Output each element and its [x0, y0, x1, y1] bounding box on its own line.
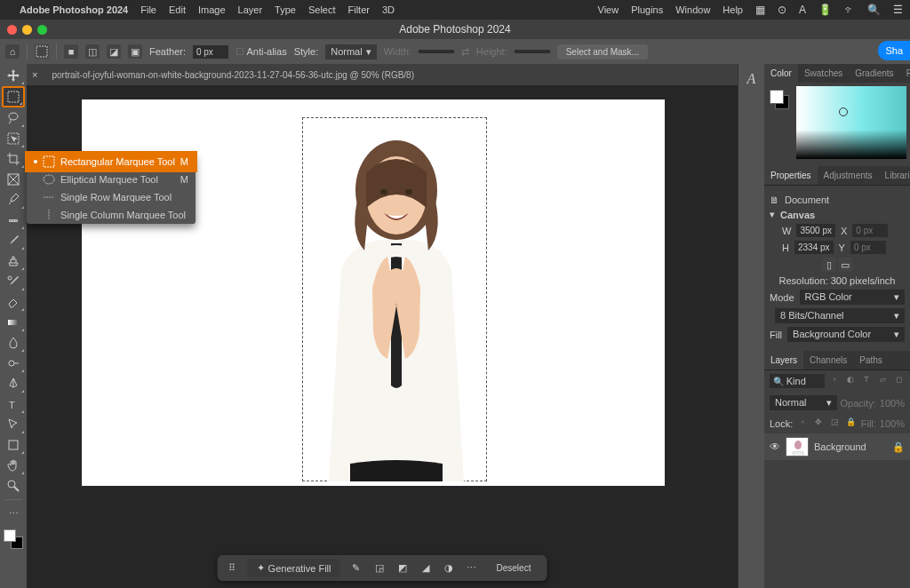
- crop-tool[interactable]: [2, 149, 25, 169]
- pen-tool[interactable]: [2, 374, 25, 393]
- history-brush-tool[interactable]: [2, 272, 25, 291]
- tab-color[interactable]: Color: [764, 64, 798, 83]
- lock-artboard-icon[interactable]: ◲: [828, 417, 841, 430]
- filter-type-icon[interactable]: T: [860, 375, 873, 387]
- flyout-single-row-marquee[interactable]: Single Row Marquee Tool: [27, 188, 196, 206]
- marquee-tool[interactable]: [2, 86, 25, 107]
- lock-all-icon[interactable]: 🔒: [844, 417, 857, 430]
- drag-handle-icon[interactable]: ⠿: [225, 561, 239, 576]
- tab-patterns[interactable]: Pattern: [900, 64, 910, 83]
- lock-position-icon[interactable]: ✥: [812, 417, 825, 430]
- modify-selection-icon[interactable]: ◲: [372, 561, 387, 576]
- zoom-window-button[interactable]: [37, 25, 47, 35]
- character-panel-icon[interactable]: A: [740, 69, 763, 89]
- invert-selection-icon[interactable]: ◩: [395, 561, 410, 576]
- healing-tool[interactable]: [2, 211, 25, 230]
- shape-tool[interactable]: [2, 435, 25, 455]
- bit-depth-select[interactable]: 8 Bits/Channel▾: [775, 308, 905, 323]
- app-name[interactable]: Adobe Photoshop 2024: [20, 4, 128, 15]
- color-panel[interactable]: [764, 83, 910, 166]
- brush-tool[interactable]: [2, 231, 25, 250]
- flyout-elliptical-marquee[interactable]: Elliptical Marquee Tool M: [27, 171, 196, 188]
- share-button[interactable]: Sha: [878, 41, 910, 60]
- foreground-background-colors[interactable]: [4, 529, 23, 549]
- tab-libraries[interactable]: Libraries: [879, 166, 910, 185]
- frame-tool[interactable]: [2, 170, 25, 189]
- fill-select[interactable]: Background Color▾: [787, 327, 905, 342]
- home-icon[interactable]: ⌂: [5, 44, 20, 59]
- tab-swatches[interactable]: Swatches: [798, 64, 849, 83]
- menu-image[interactable]: Image: [198, 4, 226, 15]
- filter-smart-icon[interactable]: ◻: [892, 375, 905, 387]
- adjustment-icon[interactable]: ◑: [442, 561, 456, 576]
- tab-properties[interactable]: Properties: [764, 166, 818, 185]
- menu-view[interactable]: View: [598, 4, 619, 15]
- tab-adjustments[interactable]: Adjustments: [818, 166, 879, 185]
- clone-stamp-tool[interactable]: [2, 251, 25, 271]
- menu-layer[interactable]: Layer: [238, 4, 263, 15]
- menu-filter[interactable]: Filter: [348, 4, 370, 15]
- menu-edit[interactable]: Edit: [169, 4, 186, 15]
- filter-shape-icon[interactable]: ▱: [876, 375, 889, 387]
- document-tab[interactable]: portrait-of-joyful-woman-on-white-backgr…: [43, 70, 423, 80]
- canvas-height-input[interactable]: 2334 px: [794, 241, 834, 254]
- close-window-button[interactable]: [7, 25, 17, 35]
- lock-pixels-icon[interactable]: ▫: [796, 417, 809, 430]
- menu-select[interactable]: Select: [308, 4, 336, 15]
- menu-3d[interactable]: 3D: [382, 4, 395, 15]
- zoom-tool[interactable]: [2, 476, 25, 496]
- menu-help[interactable]: Help: [722, 4, 743, 15]
- filter-pixel-icon[interactable]: ▫: [828, 375, 841, 387]
- selection-add-icon[interactable]: ◫: [85, 44, 100, 59]
- menu-window[interactable]: Window: [675, 4, 710, 15]
- selection-subtract-icon[interactable]: ◪: [107, 44, 121, 59]
- layer-background[interactable]: 👁 Background 🔒: [764, 433, 910, 460]
- eraser-tool[interactable]: [2, 292, 25, 312]
- generative-fill-button[interactable]: ✦Generative Fill: [248, 559, 340, 577]
- current-tool-icon[interactable]: [35, 44, 49, 59]
- brush-selection-icon[interactable]: ✎: [349, 561, 363, 576]
- object-selection-tool[interactable]: [2, 129, 25, 148]
- wifi-icon[interactable]: ᯤ: [844, 4, 855, 16]
- feather-input[interactable]: 0 px: [193, 45, 228, 59]
- style-select[interactable]: Normal▾: [325, 44, 376, 60]
- blend-mode-select[interactable]: Normal▾: [770, 395, 837, 410]
- edit-toolbar-button[interactable]: ⋯: [2, 504, 25, 523]
- path-selection-tool[interactable]: [2, 415, 25, 434]
- lasso-tool[interactable]: [2, 108, 25, 128]
- deselect-button[interactable]: Deselect: [488, 560, 540, 576]
- cc-icon[interactable]: ▦: [755, 4, 765, 16]
- tab-layers[interactable]: Layers: [764, 351, 803, 369]
- select-and-mask-button[interactable]: Select and Mask...: [557, 44, 648, 60]
- record-icon[interactable]: ⊙: [778, 4, 786, 16]
- filter-adjust-icon[interactable]: ◐: [844, 375, 857, 387]
- menu-plugins[interactable]: Plugins: [631, 4, 663, 15]
- selection-intersect-icon[interactable]: ▣: [128, 44, 142, 59]
- flyout-single-column-marquee[interactable]: Single Column Marquee Tool: [27, 206, 196, 224]
- menu-type[interactable]: Type: [275, 4, 296, 15]
- dodge-tool[interactable]: [2, 354, 25, 373]
- gradient-tool[interactable]: [2, 313, 25, 332]
- move-tool[interactable]: [2, 66, 25, 85]
- layer-filter-input[interactable]: 🔍 Kind: [770, 374, 825, 388]
- orientation-landscape-icon[interactable]: ▭: [838, 258, 852, 272]
- selection-new-icon[interactable]: ■: [64, 44, 78, 59]
- tab-gradients[interactable]: Gradients: [849, 64, 899, 83]
- more-icon[interactable]: ⋯: [465, 561, 479, 576]
- visibility-toggle-icon[interactable]: 👁: [770, 441, 780, 453]
- minimize-window-button[interactable]: [22, 25, 32, 35]
- type-tool[interactable]: T: [2, 394, 25, 414]
- keyboard-icon[interactable]: A: [799, 4, 806, 16]
- hand-tool[interactable]: [2, 456, 25, 475]
- blur-tool[interactable]: [2, 333, 25, 353]
- eyedropper-tool[interactable]: [2, 190, 25, 210]
- orientation-portrait-icon[interactable]: ▯: [822, 258, 836, 272]
- flyout-rectangular-marquee[interactable]: Rectangular Marquee Tool M: [27, 153, 196, 171]
- fill-selection-icon[interactable]: ◢: [419, 561, 433, 576]
- canvas-width-input[interactable]: 3500 px: [796, 224, 835, 237]
- control-center-icon[interactable]: ☰: [893, 4, 903, 16]
- spotlight-icon[interactable]: 🔍: [867, 4, 881, 16]
- battery-icon[interactable]: 🔋: [818, 4, 832, 16]
- tab-channels[interactable]: Channels: [803, 351, 853, 369]
- menu-file[interactable]: File: [140, 4, 156, 15]
